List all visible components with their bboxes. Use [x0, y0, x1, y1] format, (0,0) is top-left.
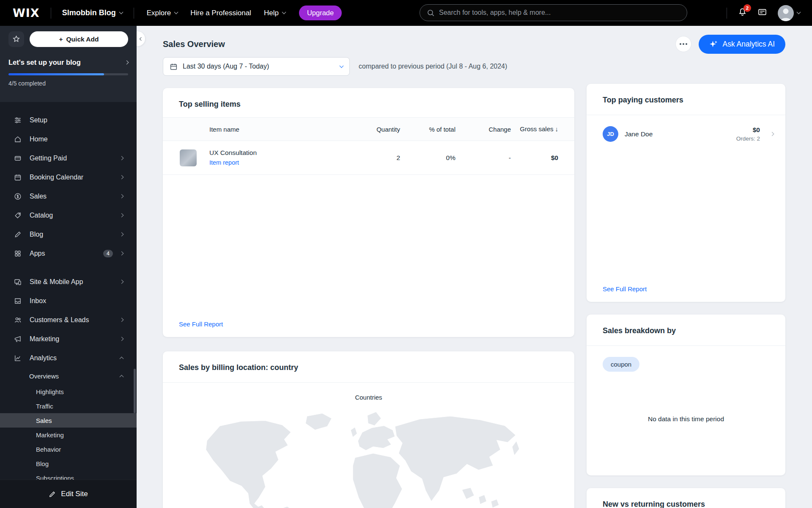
- getting-paid-icon: [14, 155, 22, 162]
- wix-logo[interactable]: WIX: [13, 6, 40, 19]
- nav-hire-a-professional[interactable]: Hire a Professional: [190, 9, 251, 17]
- sidebar-item-sales-overview[interactable]: Sales: [0, 413, 137, 428]
- sparkle-icon: [709, 40, 718, 48]
- quick-add-button[interactable]: + Quick Add: [30, 31, 128, 47]
- customer-orders: Orders: 2: [736, 135, 760, 142]
- sidebar-item-customers-leads[interactable]: Customers & Leads: [0, 310, 137, 329]
- see-full-report-link[interactable]: See Full Report: [179, 320, 223, 328]
- sidebar-item-analytics[interactable]: Analytics: [0, 348, 137, 367]
- sidebar-item-label: Analytics: [30, 354, 57, 362]
- top-selling-items-card: Top selling items Item name Quantity % o…: [163, 88, 574, 337]
- more-options-button[interactable]: [675, 36, 691, 52]
- sidebar-item-catalog[interactable]: Catalog: [0, 206, 137, 225]
- divider: [727, 8, 727, 19]
- sidebar-item-site-mobile-app[interactable]: Site & Mobile App: [0, 272, 137, 291]
- column-quantity[interactable]: Quantity: [345, 126, 400, 133]
- notifications-button[interactable]: 2: [738, 8, 747, 18]
- site-menu[interactable]: Slmobbin Blog: [62, 8, 123, 17]
- chevron-down-icon: [119, 10, 123, 14]
- see-full-report-link[interactable]: See Full Report: [603, 285, 647, 293]
- sidebar-item-overviews[interactable]: Overviews: [0, 367, 137, 384]
- search-icon: [427, 9, 435, 17]
- nav-help[interactable]: Help: [264, 9, 285, 17]
- setup-banner[interactable]: Let's set up your blog: [8, 58, 128, 66]
- column-gross-sales[interactable]: Gross sales↓: [511, 125, 558, 133]
- chevron-right-icon: [120, 213, 124, 218]
- sidebar-item-home[interactable]: Home: [0, 130, 137, 149]
- avatar: [778, 5, 794, 21]
- search-input[interactable]: [439, 9, 680, 17]
- column-label: Gross sales: [520, 125, 553, 133]
- sidebar-item-apps[interactable]: Apps 4: [0, 244, 137, 263]
- item-report-link[interactable]: Item report: [209, 159, 239, 166]
- site-name: Slmobbin Blog: [62, 8, 116, 17]
- page-header: Sales Overview Ask Analytics AI: [163, 34, 785, 54]
- world-map[interactable]: [187, 406, 551, 508]
- sidebar-item-behavior[interactable]: Behavior: [0, 442, 137, 456]
- sidebar-scrollbar[interactable]: [134, 369, 136, 413]
- favorites-button[interactable]: [8, 31, 24, 47]
- topbar-search[interactable]: [420, 4, 687, 21]
- nav-label: Help: [264, 9, 279, 17]
- main-content: Sales Overview Ask Analytics AI Last: [137, 26, 812, 508]
- coupon-filter-chip[interactable]: coupon: [603, 357, 639, 372]
- sidebar-item-subscriptions[interactable]: Subscriptions: [0, 471, 137, 480]
- calendar-icon: [170, 63, 178, 71]
- nav-explore[interactable]: Explore: [147, 9, 178, 17]
- card-title: Sales by billing location: country: [163, 351, 574, 383]
- sidebar-item-setup[interactable]: Setup: [0, 110, 137, 130]
- menu-group-gap: [0, 263, 137, 272]
- sidebar-item-marketing-overview[interactable]: Marketing: [0, 428, 137, 442]
- date-range-select[interactable]: Last 30 days (Aug 7 - Today): [163, 57, 350, 76]
- sidebar-item-sales[interactable]: Sales: [0, 187, 137, 206]
- setup-icon: [14, 116, 22, 124]
- column-percent-of-total[interactable]: % of total: [400, 126, 455, 133]
- sidebar-item-traffic[interactable]: Traffic: [0, 399, 137, 413]
- sidebar-item-label: Setup: [30, 116, 47, 124]
- account-menu[interactable]: [778, 5, 800, 21]
- column-change[interactable]: Change: [455, 126, 511, 133]
- comparison-period-label: compared to previous period (Jul 8 - Aug…: [359, 63, 507, 70]
- setup-banner-title: Let's set up your blog: [8, 58, 81, 66]
- sort-descending-icon[interactable]: ↓: [555, 125, 559, 133]
- chevron-up-icon: [120, 357, 124, 361]
- site-mobile-app-icon: [14, 278, 22, 286]
- sidebar-item-label: Overviews: [29, 373, 59, 380]
- page-title: Sales Overview: [163, 39, 225, 49]
- customer-row[interactable]: JD Jane Doe $0 Orders: 2: [587, 115, 785, 142]
- edit-site-button[interactable]: Edit Site: [0, 480, 137, 508]
- sidebar-item-blog-overview[interactable]: Blog: [0, 456, 137, 471]
- chevron-right-icon: [120, 175, 124, 179]
- setup-progress-fill: [8, 73, 104, 75]
- quantity-value: 2: [345, 154, 400, 162]
- sidebar-item-blog[interactable]: Blog: [0, 225, 137, 244]
- sidebar-item-marketing[interactable]: Marketing: [0, 329, 137, 348]
- date-filter-row: Last 30 days (Aug 7 - Today) compared to…: [163, 57, 507, 76]
- card-title: New vs returning customers: [587, 488, 785, 508]
- apps-count-badge: 4: [103, 250, 113, 257]
- upgrade-button[interactable]: Upgrade: [299, 6, 342, 20]
- updates-icon: [758, 8, 767, 17]
- card-title: Top selling items: [163, 88, 574, 117]
- column-item-name[interactable]: Item name: [163, 126, 345, 133]
- star-icon: [12, 35, 20, 43]
- quick-add-label: Quick Add: [66, 36, 99, 43]
- more-options-icon: [686, 43, 687, 45]
- top-bar: WIX Slmobbin Blog Explore Hire a Profess…: [0, 0, 812, 26]
- analytics-icon: [14, 354, 22, 362]
- sidebar-item-label: Catalog: [30, 212, 53, 219]
- sidebar-item-getting-paid[interactable]: Getting Paid: [0, 149, 137, 168]
- item-name: UX Consultation: [209, 149, 257, 157]
- sidebar-item-highlights[interactable]: Highlights: [0, 384, 137, 399]
- ask-analytics-ai-button[interactable]: Ask Analytics AI: [699, 35, 785, 54]
- divider: [51, 8, 51, 19]
- sidebar-item-label: Getting Paid: [30, 155, 67, 162]
- sidebar-item-booking-calendar[interactable]: Booking Calendar: [0, 168, 137, 187]
- chevron-right-icon: [120, 156, 124, 160]
- edit-site-label: Edit Site: [61, 490, 88, 498]
- updates-button[interactable]: [758, 8, 767, 18]
- chevron-up-icon: [120, 375, 124, 379]
- setup-progress-label: 4/5 completed: [8, 80, 128, 87]
- chevron-down-icon: [174, 10, 178, 14]
- sidebar-item-inbox[interactable]: Inbox: [0, 291, 137, 310]
